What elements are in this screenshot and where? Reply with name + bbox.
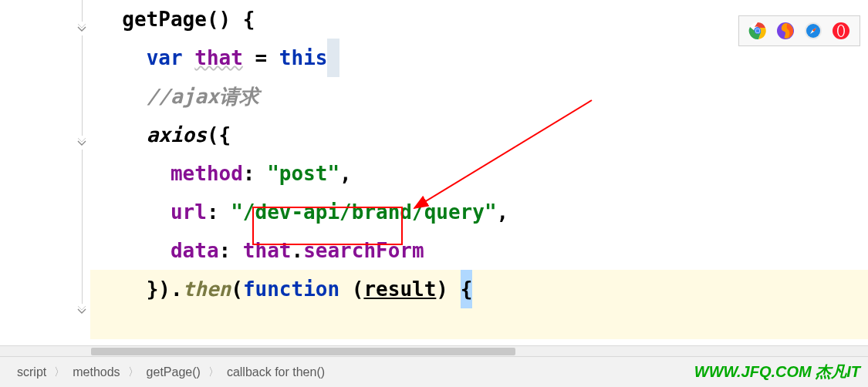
gutter — [0, 0, 90, 345]
fold-marker-icon[interactable] — [75, 22, 89, 35]
cursor — [327, 39, 339, 77]
horizontal-scrollbar[interactable] — [0, 345, 868, 356]
code-content[interactable]: getPage() { var that = this //ajax请求 axi… — [90, 0, 868, 345]
chevron-right-icon: 〉 — [123, 365, 144, 379]
breadcrumb-item[interactable]: callback for then() — [224, 365, 328, 379]
browser-icons-panel — [738, 15, 860, 46]
url-string: "/dev-api/brand/query" — [231, 193, 496, 231]
code-editor[interactable]: getPage() { var that = this //ajax请求 axi… — [0, 0, 868, 345]
fold-marker-icon[interactable] — [75, 136, 89, 150]
svg-point-6 — [756, 29, 760, 33]
fold-marker-icon[interactable] — [75, 304, 89, 318]
watermark: WWW.JFQ.COM 杰凡IT — [694, 362, 860, 382]
firefox-icon[interactable] — [776, 22, 795, 40]
scrollbar-thumb[interactable] — [91, 348, 515, 355]
breadcrumb-item[interactable]: getPage() — [144, 365, 204, 379]
code-comment: //ajax请求 — [147, 77, 259, 116]
breadcrumb-item[interactable]: script — [14, 365, 49, 379]
breadcrumb-item[interactable]: methods — [69, 365, 123, 379]
opera-icon[interactable] — [832, 22, 850, 40]
chevron-right-icon: 〉 — [204, 365, 224, 379]
chevron-right-icon: 〉 — [49, 365, 69, 379]
code-method: getPage — [122, 0, 207, 39]
svg-point-14 — [839, 25, 844, 36]
chrome-icon[interactable] — [748, 22, 767, 40]
safari-icon[interactable] — [804, 22, 822, 40]
